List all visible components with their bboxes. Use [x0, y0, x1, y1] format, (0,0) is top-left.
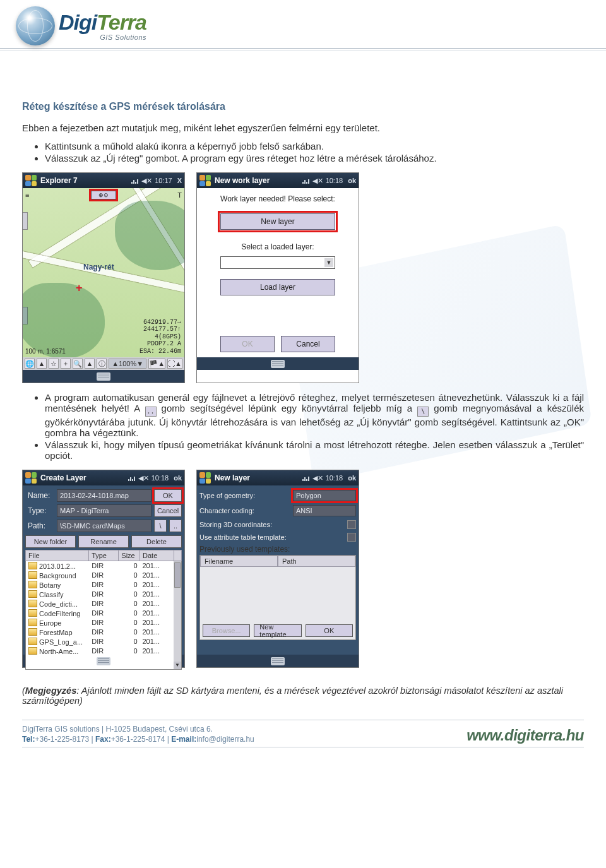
signal-icon: [128, 475, 136, 481]
menu-icon[interactable]: ≡: [25, 191, 29, 199]
status-icons: ◀✕ 10:18 ok: [302, 474, 356, 482]
ok-button[interactable]: OK: [306, 624, 353, 637]
form-body: Type of geometry: Polygon Character codi…: [197, 485, 359, 655]
col-scroll: [174, 550, 182, 561]
tool-up[interactable]: ▲: [37, 359, 47, 369]
softkey-bar: [197, 655, 359, 667]
col-date[interactable]: Date: [140, 550, 174, 561]
new-layer-button[interactable]: New layer: [220, 213, 335, 230]
tool-up2[interactable]: ▲: [85, 359, 95, 369]
col-file[interactable]: File: [25, 550, 89, 561]
browse-button[interactable]: Browse...: [203, 624, 250, 637]
tool-extent[interactable]: ⛶▲: [167, 359, 182, 369]
col-path[interactable]: Path: [278, 556, 355, 567]
scroll-thumb[interactable]: [174, 562, 181, 588]
nav-root-button[interactable]: \: [154, 520, 167, 532]
file-size: 0: [119, 571, 140, 580]
section-title: Réteg készítése a GPS mérések tárolására: [22, 101, 584, 112]
tool-star[interactable]: ☆: [49, 359, 59, 369]
file-date: 201...: [140, 637, 174, 646]
store3d-checkbox[interactable]: [347, 520, 356, 529]
template-list[interactable]: Filename Path Browse... New template OK: [199, 555, 356, 640]
bullet-item: A program automatikusan generál egy fájl…: [45, 392, 584, 438]
file-row[interactable]: Code_dicti...DIR0201...: [26, 599, 181, 609]
loaded-layer-select[interactable]: ▼: [220, 256, 335, 269]
file-row[interactable]: GPS_Log_a...DIR0201...: [26, 637, 181, 646]
keyboard-icon[interactable]: [271, 360, 285, 368]
file-row[interactable]: North-Ame...DIR0201...: [26, 646, 181, 656]
note-paragraph: (Megjegyzés: Ajánlott minden fájlt az SD…: [22, 686, 584, 706]
nav-up-button[interactable]: ..: [169, 520, 182, 532]
file-list[interactable]: 2013.01.2...DIR0201...BackgroundDIR0201.…: [25, 561, 182, 670]
scrollbar[interactable]: ▲ ▼: [174, 561, 181, 669]
file-name: 2013.01.2...: [26, 561, 89, 571]
scale-bar: 100 m, 1:6571: [25, 348, 66, 355]
keyboard-icon[interactable]: [97, 657, 110, 665]
encoding-select[interactable]: ANSI: [293, 505, 356, 516]
file-list-header: File Type Size Date: [25, 550, 182, 561]
delete-button[interactable]: Delete: [131, 535, 182, 548]
useattr-checkbox[interactable]: [347, 533, 356, 542]
file-date: 201...: [140, 561, 174, 571]
scroll-down-icon[interactable]: ▼: [174, 662, 181, 669]
map-view[interactable]: ≡ ⊕⊙ T Nagy-rét + 642919.77→ 244177.57↑ …: [23, 188, 184, 357]
file-date: 201...: [140, 609, 174, 618]
file-size: 0: [119, 590, 140, 599]
path-field[interactable]: \SD-MMC card\Maps: [57, 520, 152, 532]
cancel-button[interactable]: Cancel: [281, 336, 335, 352]
window-title: New layer: [215, 473, 299, 482]
satellite-button[interactable]: ⊕⊙: [91, 191, 116, 199]
ok-button[interactable]: OK: [220, 336, 275, 352]
load-layer-button[interactable]: Load layer: [220, 279, 335, 295]
file-size: 0: [119, 637, 140, 646]
store3d-label: Storing 3D coordinates:: [199, 521, 343, 528]
ok-softkey[interactable]: ok: [348, 474, 356, 482]
file-row[interactable]: ClassifyDIR0201...: [26, 590, 181, 599]
file-date: 201...: [140, 618, 174, 627]
volume-icon: ◀✕: [138, 474, 149, 482]
bullet-item: Válasszuk ki, hogy milyen típusú geometr…: [45, 439, 584, 461]
ok-button[interactable]: OK: [154, 489, 182, 502]
file-row[interactable]: CodeFilteringDIR0201...: [26, 609, 181, 618]
new-folder-button[interactable]: New folder: [25, 535, 76, 548]
tool-flag[interactable]: 🏴▲: [148, 359, 165, 369]
name-field[interactable]: 2013-02-24-1018.map: [57, 489, 152, 502]
side-handle[interactable]: [23, 212, 28, 230]
footer-address: DigiTerra GIS solutions | H-1025 Budapes…: [22, 724, 254, 734]
file-row[interactable]: EuropeDIR0201...: [26, 618, 181, 627]
ok-softkey[interactable]: ok: [174, 474, 182, 482]
new-template-button[interactable]: New template: [254, 624, 301, 637]
file-name: Code_dicti...: [26, 599, 89, 609]
geometry-select[interactable]: Polygon: [293, 490, 356, 501]
chevron-down-icon: ▼: [324, 258, 333, 267]
file-row[interactable]: ForestMapDIR0201...: [26, 627, 181, 637]
map-toolbar: 🌐 ▲ ☆ + 🔍 ▲ ⓘ ▲100%▼ 🏴▲ ⛶▲: [23, 357, 184, 370]
store3d-row: Storing 3D coordinates:: [199, 520, 356, 529]
ok-softkey[interactable]: ok: [348, 177, 356, 184]
encoding-label: Character coding:: [199, 507, 289, 514]
tool-globe[interactable]: 🌐: [25, 359, 35, 369]
keyboard-icon[interactable]: [97, 372, 110, 381]
file-row[interactable]: BotanyDIR0201...: [26, 580, 181, 590]
file-row[interactable]: BackgroundDIR0201...: [26, 571, 181, 580]
tool-info[interactable]: ⓘ: [97, 359, 107, 369]
col-type[interactable]: Type: [89, 550, 119, 561]
text-tool-icon[interactable]: T: [177, 191, 182, 199]
cancel-button[interactable]: Cancel: [154, 504, 182, 517]
file-date: 201...: [140, 590, 174, 599]
bullet-list-a: Kattintsunk a műhold alakú ikonra a képe…: [45, 141, 584, 163]
folder-actions: New folder Rename Delete: [25, 535, 182, 548]
tool-plus[interactable]: +: [61, 359, 71, 369]
col-size[interactable]: Size: [119, 550, 140, 561]
footer-url[interactable]: www.digiterra.hu: [466, 727, 584, 744]
keyboard-icon[interactable]: [271, 657, 285, 665]
zoom-level[interactable]: ▲100%▼: [109, 359, 146, 369]
tool-zoom[interactable]: 🔍: [73, 359, 83, 369]
file-row[interactable]: 2013.01.2...DIR0201...: [26, 561, 181, 571]
close-button[interactable]: X: [177, 177, 182, 184]
col-filename[interactable]: Filename: [200, 556, 278, 567]
rename-button[interactable]: Rename: [78, 535, 129, 548]
type-field[interactable]: MAP - DigiTerra: [57, 504, 152, 517]
prompt-text: Work layer needed! Please select:: [220, 194, 335, 203]
status-icons: ◀✕ 10:18 ok: [128, 474, 182, 482]
